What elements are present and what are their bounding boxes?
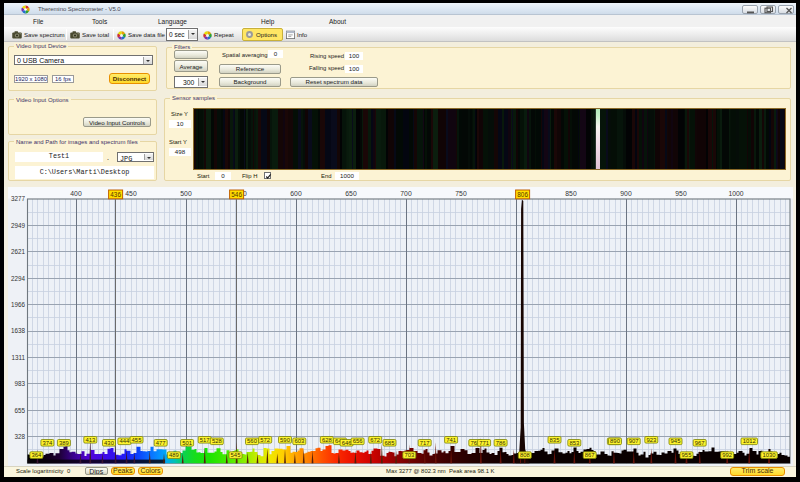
svg-text:741: 741 (446, 437, 456, 443)
svg-text:430: 430 (104, 440, 115, 446)
svg-text:444: 444 (119, 438, 130, 444)
svg-text:867: 867 (585, 452, 595, 458)
svg-text:923: 923 (646, 437, 657, 443)
svg-text:1012: 1012 (743, 438, 756, 444)
svg-text:750: 750 (455, 190, 467, 197)
svg-text:2294: 2294 (11, 275, 26, 282)
svg-text:501: 501 (182, 440, 192, 446)
svg-text:835: 835 (550, 437, 561, 443)
svg-text:517: 517 (200, 437, 210, 443)
svg-text:890: 890 (610, 438, 621, 444)
svg-text:545: 545 (231, 452, 242, 458)
svg-text:436: 436 (110, 191, 121, 198)
svg-text:950: 950 (675, 190, 687, 197)
svg-text:853: 853 (569, 440, 580, 446)
svg-text:528: 528 (212, 438, 223, 444)
svg-text:650: 650 (345, 190, 357, 197)
svg-text:603: 603 (294, 438, 305, 444)
svg-text:389: 389 (59, 440, 69, 446)
svg-text:374: 374 (42, 440, 53, 446)
svg-text:900: 900 (620, 190, 632, 197)
svg-text:808: 808 (520, 452, 531, 458)
svg-text:628: 628 (322, 437, 333, 443)
svg-text:600: 600 (290, 190, 302, 197)
svg-text:672: 672 (370, 437, 380, 443)
svg-text:400: 400 (70, 190, 82, 197)
svg-text:771: 771 (479, 440, 489, 446)
svg-text:983: 983 (14, 380, 25, 387)
svg-text:655: 655 (14, 407, 25, 414)
svg-text:1966: 1966 (11, 301, 26, 308)
svg-text:1000: 1000 (728, 190, 743, 197)
svg-text:328: 328 (14, 433, 25, 440)
svg-text:703: 703 (404, 452, 415, 458)
svg-text:1638: 1638 (11, 327, 26, 334)
svg-text:413: 413 (85, 437, 96, 443)
svg-text:700: 700 (400, 190, 412, 197)
svg-text:945: 945 (671, 438, 682, 444)
svg-text:572: 572 (260, 437, 270, 443)
svg-text:1030: 1030 (762, 452, 776, 458)
svg-text:3277: 3277 (11, 195, 26, 202)
svg-text:907: 907 (629, 438, 639, 444)
svg-text:656: 656 (353, 438, 364, 444)
svg-text:560: 560 (247, 438, 258, 444)
svg-text:500: 500 (180, 190, 192, 197)
svg-text:455: 455 (132, 437, 143, 443)
svg-text:850: 850 (565, 190, 577, 197)
svg-text:364: 364 (31, 452, 42, 458)
svg-text:992: 992 (722, 452, 732, 458)
svg-text:590: 590 (280, 437, 291, 443)
svg-text:955: 955 (682, 452, 693, 458)
svg-text:450: 450 (125, 190, 137, 197)
svg-text:2621: 2621 (11, 248, 26, 255)
svg-text:717: 717 (420, 440, 430, 446)
svg-text:646: 646 (342, 440, 353, 446)
svg-text:1311: 1311 (11, 354, 25, 361)
svg-text:546: 546 (231, 191, 242, 198)
svg-text:685: 685 (385, 440, 396, 446)
svg-text:806: 806 (517, 191, 528, 198)
svg-text:786: 786 (496, 440, 507, 446)
svg-text:2949: 2949 (11, 222, 26, 229)
svg-text:967: 967 (695, 440, 705, 446)
svg-text:489: 489 (169, 452, 179, 458)
svg-text:477: 477 (156, 440, 166, 446)
